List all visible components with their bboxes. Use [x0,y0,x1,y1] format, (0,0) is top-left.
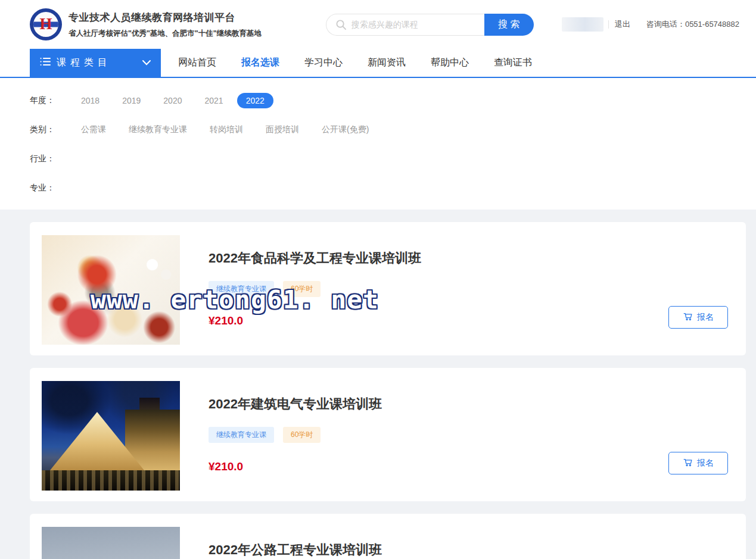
course-image-hotpot-food[interactable] [42,235,180,345]
course-list: 2022年食品科学及工程专业课培训班 继续教育专业课 60学时 ¥210.0 报… [0,210,756,559]
tag-credit-hours: 60学时 [283,281,321,297]
cart-icon [683,311,693,323]
course-title[interactable]: 2022年食品科学及工程专业课培训班 [209,249,728,267]
nav-item-enroll[interactable]: 报名选课 [241,57,279,69]
filter-label-major: 专业： [30,183,72,193]
enroll-button[interactable]: 报名 [668,306,728,329]
course-title[interactable]: 2022年建筑电气专业课培训班 [209,395,728,413]
chevron-down-icon [142,60,151,65]
course-card-body: 2022年食品科学及工程专业课培训班 继续教育专业课 60学时 ¥210.0 [209,235,728,355]
enroll-button-label: 报名 [697,312,714,323]
year-option-2018[interactable]: 2018 [72,93,108,108]
year-option-2021[interactable]: 2021 [195,93,232,108]
filter-label-industry: 行业： [30,154,72,164]
course-tags: 继续教育专业课 60学时 [209,427,728,443]
search-input[interactable] [326,14,484,36]
search-box [326,14,484,36]
year-option-2019[interactable]: 2019 [113,93,150,108]
year-option-2022[interactable]: 2022 [237,93,273,108]
year-option-2020[interactable]: 2020 [154,93,191,108]
tag-credit-hours: 60学时 [283,427,321,443]
nav-item-home[interactable]: 网站首页 [178,57,216,69]
phone-label: 咨询电话：0551-65748882 [646,19,739,30]
filter-row-category: 类别： 公需课 继续教育专业课 转岗培训 面授培训 公开课(免费) [30,115,756,144]
logout-link[interactable]: 退出 [615,19,630,30]
category-option-open-free[interactable]: 公开课(免费) [313,121,378,138]
filter-row-year: 年度： 2018 2019 2020 2021 2022 [30,86,756,115]
header: H 专业技术人员继续教育网络培训平台 省人社厅考核评估"优秀"基地、合肥市"十佳… [0,0,756,49]
search-icon [335,19,347,33]
nav-item-help-center[interactable]: 帮助中心 [431,57,469,69]
filter-label-year: 年度： [30,95,72,106]
course-image-cloudy-sky[interactable] [42,527,180,559]
cart-icon [683,457,693,469]
nav-item-certificate-query[interactable]: 查询证书 [494,57,532,69]
course-category-menu[interactable]: 课程类目 [30,49,161,77]
filter-label-category: 类别： [30,124,72,135]
course-price: ¥210.0 [209,460,728,473]
tag-course-type: 继续教育专业课 [209,281,274,297]
category-option-face-to-face[interactable]: 面授培训 [257,121,308,138]
enroll-button-label: 报名 [697,458,714,469]
course-tags: 继续教育专业课 60学时 [209,281,728,297]
header-separator [608,20,609,29]
username-redacted [562,17,603,32]
filter-row-industry: 行业： [30,144,756,173]
course-card-body: 2022年公路工程专业课培训班 [209,527,728,559]
site-logo: H [30,8,62,40]
course-search: 搜 索 [326,14,534,36]
filter-panel: 年度： 2018 2019 2020 2021 2022 类别： 公需课 继续教… [0,78,756,210]
course-title[interactable]: 2022年公路工程专业课培训班 [209,541,728,559]
enroll-button[interactable]: 报名 [668,452,728,474]
nav-links: 网站首页 报名选课 学习中心 新闻资讯 帮助中心 查询证书 [178,49,557,77]
nav-item-learning-center[interactable]: 学习中心 [304,57,343,69]
category-option-continuing-edu[interactable]: 继续教育专业课 [120,121,196,138]
course-card: 2022年食品科学及工程专业课培训班 继续教育专业课 60学时 ¥210.0 报… [30,222,746,355]
course-price: ¥210.0 [209,314,728,327]
course-category-label: 课程类目 [57,57,111,69]
list-icon [40,57,51,68]
louvre-water-shape [42,470,180,491]
course-card-body: 2022年建筑电气专业课培训班 继续教育专业课 60学时 ¥210.0 [209,381,728,501]
site-title: 专业技术人员继续教育网络培训平台 [69,11,262,24]
site-logo-inner: H [33,12,58,37]
filter-row-major: 专业： [30,173,756,202]
header-user-area: 退出 咨询电话：0551-65748882 [562,17,739,32]
category-option-public[interactable]: 公需课 [72,121,115,138]
brand-block: 专业技术人员继续教育网络培训平台 省人社厅考核评估"优秀"基地、合肥市"十佳"继… [69,11,262,39]
logo-h-mark: H [33,16,58,32]
site-subtitle: 省人社厅考核评估"优秀"基地、合肥市"十佳"继续教育基地 [69,29,262,39]
category-option-job-transfer[interactable]: 转岗培训 [201,121,252,138]
nav-item-news[interactable]: 新闻资讯 [368,57,406,69]
main-navbar: 课程类目 网站首页 报名选课 学习中心 新闻资讯 帮助中心 查询证书 [0,49,756,78]
course-card: 2022年公路工程专业课培训班 [30,514,746,559]
course-card: 2022年建筑电气专业课培训班 继续教育专业课 60学时 ¥210.0 报名 [30,368,746,501]
course-image-louvre-pyramid[interactable] [42,381,180,491]
search-button[interactable]: 搜 索 [484,14,534,36]
tag-course-type: 继续教育专业课 [209,427,274,443]
